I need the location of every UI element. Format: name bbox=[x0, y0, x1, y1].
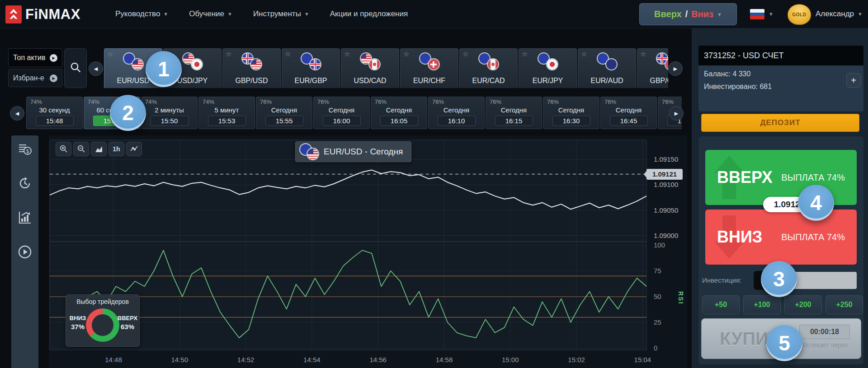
pair-flags-icon bbox=[124, 53, 143, 70]
put-down-label: ВНИЗ bbox=[717, 228, 762, 247]
logo[interactable]: FiNMAX bbox=[5, 5, 80, 23]
usd-flag-icon bbox=[251, 59, 261, 70]
currency-tab-eur-aud[interactable]: ☆EUR/AUD bbox=[578, 48, 636, 88]
sidebar-assets-icon[interactable]: $ bbox=[17, 141, 33, 157]
nav-item-2[interactable]: Инструменты▼ bbox=[253, 9, 309, 19]
payout-percent: 74% bbox=[30, 98, 42, 105]
asset-scroll-left-button[interactable]: ◀ bbox=[89, 61, 103, 76]
gold-badge-label: GOLD bbox=[793, 12, 807, 17]
toolbar-area-chart-button[interactable] bbox=[91, 142, 107, 156]
asset-scroll-right-button[interactable]: ▶ bbox=[668, 61, 683, 76]
nav-item-label: Руководство bbox=[115, 9, 160, 19]
timeframe-tab-6[interactable]: 76%Сегодня16:05 bbox=[371, 97, 427, 129]
currency-tab-gbp-usd[interactable]: ☆GBP/USD bbox=[222, 48, 281, 88]
favorite-star-icon[interactable]: ☆ bbox=[226, 50, 231, 58]
sidebar-history-icon[interactable] bbox=[17, 175, 33, 191]
expiry-time-badge: 15:50 bbox=[151, 116, 189, 126]
pair-flags-icon bbox=[242, 53, 261, 70]
chevron-down-icon: ▼ bbox=[227, 11, 232, 17]
timeframe-scroll-left-button[interactable]: ◀ bbox=[10, 106, 24, 121]
investment-label: Инвестиция: bbox=[702, 276, 741, 284]
updown-separator: / bbox=[685, 9, 688, 19]
quick-amount-button-50[interactable]: +50 bbox=[702, 295, 740, 314]
timeframe-scroll-right-button[interactable]: ▶ bbox=[669, 106, 684, 121]
favorite-star-icon[interactable]: ☆ bbox=[344, 50, 350, 58]
quick-amount-button-250[interactable]: +250 bbox=[826, 295, 863, 314]
call-up-payout: ВЫПЛАТА 74% bbox=[781, 172, 845, 183]
currency-tab-eur-jpy[interactable]: ☆EUR/JPY bbox=[519, 48, 577, 88]
balance-value: 4 330 bbox=[732, 70, 750, 78]
nav-item-0[interactable]: Руководство▼ bbox=[115, 9, 168, 19]
timeframe-tab-9[interactable]: 76%Сегодня16:30 bbox=[543, 97, 599, 129]
favorite-star-icon[interactable]: ☆ bbox=[581, 50, 587, 58]
price-axis-label: 1.09000 bbox=[650, 232, 693, 239]
quick-amount-button-200[interactable]: +200 bbox=[784, 295, 822, 314]
currency-tab-eur-cad[interactable]: ☆EUR/CAD bbox=[459, 48, 518, 88]
annotation-circle-5: 5 bbox=[766, 325, 802, 361]
logo-text: FiNMAX bbox=[25, 6, 80, 23]
user-menu[interactable]: Александр ▼ bbox=[816, 0, 863, 28]
updown-mode-button[interactable]: Вверх / Вниз ▼ bbox=[639, 3, 737, 25]
put-down-payout: ВЫПЛАТА 74% bbox=[781, 232, 845, 242]
favorite-star-icon[interactable]: ☆ bbox=[640, 50, 646, 58]
currency-tab-eur-chf[interactable]: ☆EUR/CHF bbox=[400, 48, 458, 88]
pair-label: EUR/CAD bbox=[460, 77, 517, 85]
sidebar-video-icon[interactable] bbox=[17, 244, 33, 260]
favorite-star-icon[interactable]: ☆ bbox=[462, 50, 468, 58]
timeframe-tab-5[interactable]: 76%Сегодня16:00 bbox=[313, 97, 370, 129]
annotation-circle-4: 4 bbox=[798, 185, 834, 221]
asset-search-button[interactable] bbox=[64, 48, 87, 88]
favorite-star-icon[interactable]: ☆ bbox=[522, 50, 528, 58]
put-down-button[interactable]: ВНИЗ ВЫПЛАТА 74% bbox=[705, 210, 857, 265]
timeframe-name: 5 минут bbox=[199, 106, 255, 114]
payout-percent: 76% bbox=[490, 98, 501, 105]
pair-label: EUR/JPY bbox=[519, 77, 576, 85]
payout-percent: 76% bbox=[547, 98, 559, 105]
timeframe-tab-4[interactable]: 76%Сегодня15:55 bbox=[256, 97, 312, 129]
timeframe-tab-7[interactable]: 76%Сегодня16:10 bbox=[428, 97, 485, 129]
toolbar-zoom-in-button[interactable] bbox=[56, 142, 71, 156]
currency-tab-gbp-cad[interactable]: ☆GBP/CAD bbox=[637, 48, 668, 88]
toolbar-interval-button[interactable]: 1h bbox=[108, 142, 124, 156]
sidebar-statistics-icon[interactable] bbox=[17, 210, 33, 226]
timeframe-tab-3[interactable]: 74%5 минут15:53 bbox=[198, 97, 255, 129]
toolbar-zoom-out-button[interactable] bbox=[73, 142, 89, 156]
time-axis-label: 14:56 bbox=[364, 356, 392, 363]
chevron-down-icon: ▼ bbox=[304, 11, 309, 17]
traders-down-stat: ВНИЗ 37% bbox=[67, 315, 89, 331]
favorite-star-icon[interactable]: ☆ bbox=[285, 50, 291, 58]
trading-app: FiNMAX Руководство▼Обучение▼Инструменты▼… bbox=[0, 0, 868, 368]
nav-item-1[interactable]: Обучение▼ bbox=[189, 9, 232, 19]
currency-tab-usd-cad[interactable]: ☆USD/CAD bbox=[341, 48, 399, 88]
favorite-star-icon[interactable]: ☆ bbox=[403, 50, 409, 58]
aud-flag-icon bbox=[606, 59, 617, 70]
asset-bar: Топ актив ▶ Избран-е ▶ ◀ ☆EUR/USD☆USD/JP… bbox=[0, 43, 692, 90]
favorite-star-icon[interactable]: ☆ bbox=[107, 50, 113, 58]
nav-item-label: Акции и предложения bbox=[330, 9, 408, 19]
top-assets-button[interactable]: Топ актив ▶ bbox=[8, 48, 62, 67]
pair-flags-icon bbox=[361, 53, 380, 70]
currency-tab-eur-gbp[interactable]: ☆EUR/GBP bbox=[282, 48, 340, 88]
trade-panel: 3731252 - USD СЧЕТ Баланс: 4 330 Инвести… bbox=[692, 28, 868, 368]
time-axis-label: 15:02 bbox=[563, 356, 590, 363]
toolbar-line-mode-button[interactable] bbox=[126, 142, 142, 156]
nav-item-3[interactable]: Акции и предложения bbox=[330, 9, 408, 19]
timeframe-tab-8[interactable]: 76%Сегодня16:15 bbox=[486, 97, 542, 129]
chevron-down-icon: ▼ bbox=[163, 11, 168, 17]
pair-flags-icon bbox=[657, 53, 669, 70]
language-chevron-down-icon[interactable]: ▼ bbox=[769, 11, 774, 17]
deposit-button[interactable]: ДЕПОЗИТ bbox=[701, 114, 859, 132]
language-flag-icon[interactable] bbox=[750, 9, 764, 19]
expiry-time-badge: 16:05 bbox=[380, 116, 418, 126]
add-funds-button[interactable]: + bbox=[846, 73, 861, 88]
timeframe-tab-10[interactable]: 76%Сегодня16:45 bbox=[600, 97, 657, 129]
updown-up-label: Вверх bbox=[654, 9, 682, 19]
expiry-time-badge: 16:45 bbox=[610, 116, 648, 126]
favorites-button[interactable]: Избран-е ▶ bbox=[8, 69, 62, 87]
quick-amount-button-100[interactable]: +100 bbox=[743, 295, 781, 314]
rsi-axis-title: RSI bbox=[677, 291, 684, 304]
time-axis-label: 14:52 bbox=[232, 356, 259, 363]
timeframe-tab-2[interactable]: 74%2 минуты15:50 bbox=[141, 97, 198, 129]
timeframe-bar: ◀ 74%30 секунд15:4874%60 секунд15:4974%2… bbox=[0, 97, 692, 129]
timeframe-tab-0[interactable]: 74%30 секунд15:48 bbox=[26, 97, 83, 129]
